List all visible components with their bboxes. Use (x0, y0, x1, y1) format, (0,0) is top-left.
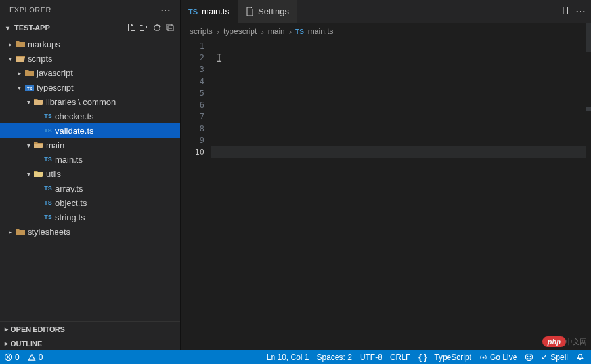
file-string.ts[interactable]: TSstring.ts (0, 210, 180, 224)
more-editor-actions-icon[interactable]: ⋯ (575, 5, 586, 18)
feedback-icon (525, 353, 533, 361)
explorer-title: EXPLORER (9, 6, 51, 14)
tab-settings[interactable]: Settings (238, 0, 297, 23)
folder-main[interactable]: ▾main (0, 138, 180, 152)
project-header[interactable]: ▾ TEST-APP (0, 20, 180, 35)
chevron-right-icon: ▸ (14, 70, 24, 77)
file-object.ts[interactable]: TSobject.ts (0, 195, 180, 210)
watermark-text: 中文网 (565, 337, 587, 347)
status-position[interactable]: Ln 10, Col 1 (267, 353, 309, 362)
tree-item-label: markups (26, 39, 60, 49)
chevron-down-icon: ▾ (5, 55, 14, 62)
status-warnings[interactable]: 0 (28, 353, 43, 362)
line-number: 9 (181, 134, 204, 146)
chevron-right-icon: ▸ (5, 41, 14, 48)
status-language[interactable]: { } TypeScript (418, 353, 471, 362)
tab-maints[interactable]: TSmain.ts (181, 0, 238, 23)
explorer-sidebar: EXPLORER ⋯ ▾ TEST-APP ▸markups▾scripts▸j… (0, 0, 181, 350)
tree-item-label: validate.ts (54, 126, 94, 136)
chevron-right-icon: › (217, 27, 219, 37)
tree-item-label: array.ts (54, 184, 83, 193)
ts-file-icon: TS (42, 199, 54, 206)
ts-file-icon: TS (42, 113, 54, 119)
code-body[interactable]: I (211, 40, 591, 350)
split-editor-icon[interactable] (558, 5, 569, 18)
folder-icon (33, 141, 45, 149)
editor-area: TSmain.tsSettings ⋯ scripts›typescript›m… (181, 0, 591, 350)
ts-file-icon: TS (42, 214, 54, 220)
folder-scripts[interactable]: ▾scripts (0, 51, 180, 66)
file-checker.ts[interactable]: TSchecker.ts (0, 109, 180, 123)
outline-section[interactable]: ▸ OUTLINE (0, 336, 180, 350)
breadcrumb-item[interactable]: main (268, 27, 285, 36)
new-file-icon[interactable] (126, 23, 135, 32)
ts-file-icon: TS (42, 156, 54, 163)
status-encoding[interactable]: UTF-8 (360, 353, 382, 362)
status-feedback[interactable] (525, 353, 533, 361)
status-eol[interactable]: CRLF (390, 353, 410, 362)
folder-icon (14, 54, 26, 62)
file-tree: ▸markups▾scripts▸javascript▾TStypescript… (0, 35, 180, 321)
breadcrumb-item[interactable]: typescript (223, 27, 257, 36)
folder-typescript[interactable]: ▾TStypescript (0, 80, 180, 94)
chevron-right-icon: ▸ (1, 340, 11, 347)
folder-utils[interactable]: ▾utils (0, 167, 180, 181)
folder-markups[interactable]: ▸markups (0, 37, 180, 51)
file-array.ts[interactable]: TSarray.ts (0, 181, 180, 195)
folder-stylesheets[interactable]: ▸stylesheets (0, 224, 180, 239)
status-bar: 0 0 Ln 10, Col 1 Spaces: 2 UTF-8 CRLF { … (0, 350, 591, 364)
minimap[interactable] (586, 23, 591, 350)
file-main.ts[interactable]: TSmain.ts (0, 152, 180, 167)
folder-icon (14, 228, 26, 235)
ts-file-icon: TS (296, 28, 304, 35)
status-golive[interactable]: Go Live (479, 353, 517, 362)
tree-item-label: object.ts (54, 198, 87, 208)
tabs-bar: TSmain.tsSettings ⋯ (181, 0, 591, 23)
status-bell[interactable] (576, 353, 584, 361)
breadcrumb-item[interactable]: main.ts (308, 27, 334, 36)
refresh-icon[interactable] (152, 23, 162, 32)
new-folder-icon[interactable] (139, 23, 148, 32)
open-editors-label: OPEN EDITORS (11, 325, 65, 333)
folder-librariescommon[interactable]: ▾libraries \ common (0, 94, 180, 109)
folder-javascript[interactable]: ▸javascript (0, 66, 180, 80)
minimap-viewport[interactable] (586, 23, 591, 52)
status-spell[interactable]: ✓ Spell (541, 353, 568, 362)
more-actions-icon[interactable]: ⋯ (156, 4, 175, 16)
collapse-all-icon[interactable] (165, 23, 175, 32)
chevron-down-icon: ▾ (14, 84, 24, 91)
tree-item-label: string.ts (54, 212, 85, 222)
line-number: 7 (181, 111, 204, 123)
breadcrumbs[interactable]: scripts›typescript›main›TSmain.ts (181, 23, 591, 40)
svg-point-7 (32, 359, 32, 359)
tree-item-label: stylesheets (26, 227, 70, 237)
folder-icon (33, 170, 45, 178)
ts-file-icon: TS (42, 127, 54, 134)
tree-item-label: typescript (35, 83, 74, 92)
line-number: 1 (181, 40, 204, 52)
tree-item-label: main.ts (54, 155, 83, 165)
chevron-down-icon: ▾ (24, 142, 33, 149)
tree-item-label: scripts (26, 54, 53, 64)
tree-item-label: utils (45, 169, 61, 179)
file-validate.ts[interactable]: TSvalidate.ts (0, 123, 180, 138)
minimap-active-line (586, 107, 591, 111)
svg-text:TS: TS (27, 87, 32, 91)
line-number: 8 (181, 123, 204, 134)
chevron-down-icon: ▾ (24, 171, 33, 178)
status-errors[interactable]: 0 (4, 353, 20, 362)
status-spaces[interactable]: Spaces: 2 (317, 353, 352, 362)
tree-item-label: javascript (35, 68, 73, 78)
error-icon (4, 353, 12, 361)
line-number: 6 (181, 99, 204, 111)
chevron-down-icon: ▾ (24, 98, 33, 106)
outline-label: OUTLINE (11, 340, 42, 348)
breadcrumb-item[interactable]: scripts (190, 27, 213, 36)
document-icon (246, 7, 254, 16)
bell-icon (576, 353, 584, 361)
open-editors-section[interactable]: ▸ OPEN EDITORS (0, 321, 180, 336)
watermark-badge: php (542, 336, 566, 347)
warning-icon (28, 353, 36, 361)
tree-item-label: main (45, 140, 64, 150)
active-line-highlight (211, 146, 591, 158)
